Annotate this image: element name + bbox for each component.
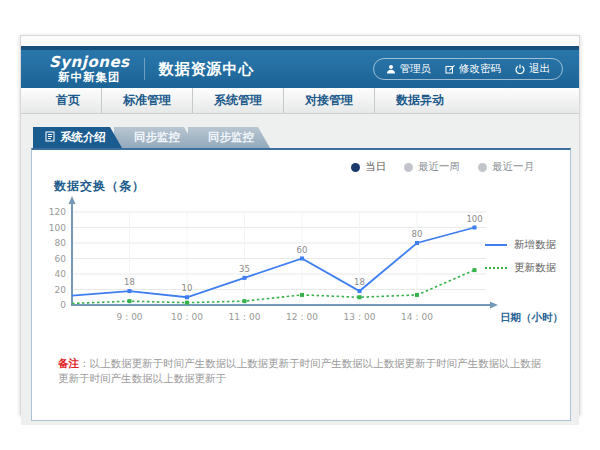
- radio-dot-icon: [404, 163, 413, 172]
- edit-icon: [445, 64, 455, 74]
- dotted-line-swatch-icon: [485, 267, 507, 269]
- footnote-text: ：以上数据更新于时间产生数据以上数据更新于时间产生数据以上数据更新于时间产生数据…: [58, 357, 541, 384]
- nav-item-interface-mgmt[interactable]: 对接管理: [283, 88, 374, 113]
- tab-label: 系统介绍: [60, 130, 106, 145]
- admin-button[interactable]: 管理员: [386, 62, 432, 76]
- legend-label: 更新数据: [514, 261, 556, 275]
- svg-text:18: 18: [124, 277, 135, 287]
- radio-dot-icon: [351, 163, 360, 172]
- power-icon: [515, 64, 525, 74]
- svg-text:35: 35: [239, 264, 250, 274]
- time-range-filters: 当日 最近一周 最近一月: [351, 160, 534, 174]
- radio-dot-icon: [478, 163, 487, 172]
- svg-text:11：00: 11：00: [229, 312, 261, 322]
- nav-item-data-change[interactable]: 数据异动: [374, 88, 465, 113]
- document-icon: [45, 131, 55, 145]
- radio-last-month[interactable]: 最近一月: [478, 160, 534, 174]
- radio-label: 当日: [365, 160, 386, 174]
- logout-label: 退出: [529, 62, 550, 76]
- main-nav: 首页 标准管理 系统管理 对接管理 数据异动: [21, 88, 579, 114]
- svg-text:60: 60: [55, 254, 67, 264]
- app-window: Synjones 新中新集团 数据资源中心 管理员 修改密码: [20, 35, 580, 415]
- page-title: 数据资源中心: [159, 60, 255, 79]
- content-area: 系统介绍 同步监控 同步监控 当日 最近一周: [21, 114, 579, 425]
- svg-text:14：00: 14：00: [401, 312, 433, 322]
- svg-text:9：00: 9：00: [116, 312, 142, 322]
- app-header: Synjones 新中新集团 数据资源中心 管理员 修改密码: [21, 50, 579, 88]
- svg-text:100: 100: [49, 223, 66, 233]
- user-icon: [386, 64, 396, 74]
- change-password-label: 修改密码: [459, 62, 501, 76]
- tab-label: 同步监控: [134, 130, 180, 145]
- legend-label: 新增数据: [514, 238, 556, 252]
- radio-last-week[interactable]: 最近一周: [404, 160, 460, 174]
- tab-bar: 系统介绍 同步监控 同步监控: [33, 127, 270, 148]
- radio-today[interactable]: 当日: [351, 160, 386, 174]
- svg-text:80: 80: [55, 238, 67, 248]
- logo-subtext: 新中新集团: [49, 72, 130, 84]
- svg-text:18: 18: [354, 277, 365, 287]
- company-logo: Synjones 新中新集团: [49, 55, 130, 84]
- svg-text:12：00: 12：00: [286, 312, 318, 322]
- svg-text:120: 120: [49, 207, 66, 217]
- svg-text:100: 100: [466, 214, 482, 224]
- solid-line-swatch-icon: [485, 244, 507, 246]
- logout-button[interactable]: 退出: [515, 62, 550, 76]
- header-divider: [144, 58, 145, 80]
- tab-sync-monitor-1[interactable]: 同步监控: [114, 127, 196, 148]
- nav-item-home[interactable]: 首页: [35, 88, 101, 113]
- radio-label: 最近一月: [492, 160, 534, 174]
- svg-text:40: 40: [55, 269, 67, 279]
- tab-sync-monitor-2[interactable]: 同步监控: [188, 127, 270, 148]
- svg-text:10：00: 10：00: [171, 312, 203, 322]
- admin-label: 管理员: [400, 62, 432, 76]
- change-password-button[interactable]: 修改密码: [445, 62, 501, 76]
- svg-text:0: 0: [60, 300, 66, 310]
- svg-text:13：00: 13：00: [344, 312, 376, 322]
- footnote: 备注：以上数据更新于时间产生数据以上数据更新于时间产生数据以上数据更新于时间产生…: [58, 356, 550, 385]
- tab-label: 同步监控: [208, 130, 254, 145]
- nav-item-standard-mgmt[interactable]: 标准管理: [101, 88, 192, 113]
- radio-label: 最近一周: [418, 160, 460, 174]
- nav-item-system-mgmt[interactable]: 系统管理: [192, 88, 283, 113]
- svg-text:80: 80: [412, 229, 423, 239]
- legend-item-update-data[interactable]: 更新数据: [485, 261, 556, 275]
- svg-text:60: 60: [297, 245, 308, 255]
- svg-text:日期（小时）: 日期（小时）: [500, 311, 563, 324]
- tab-system-intro[interactable]: 系统介绍: [33, 127, 122, 148]
- svg-text:20: 20: [55, 285, 67, 295]
- footnote-prefix: 备注: [58, 357, 79, 369]
- logo-text: Synjones: [49, 55, 130, 70]
- window-top-strip: [21, 36, 579, 46]
- chart-legend: 新增数据 更新数据: [485, 238, 556, 275]
- user-menu: 管理员 修改密码 退出: [373, 58, 564, 80]
- svg-text:10: 10: [182, 283, 193, 293]
- legend-item-new-data[interactable]: 新增数据: [485, 238, 556, 252]
- chart-panel: 当日 最近一周 最近一月 数据交换（条） 0204060801001209：00…: [31, 148, 571, 421]
